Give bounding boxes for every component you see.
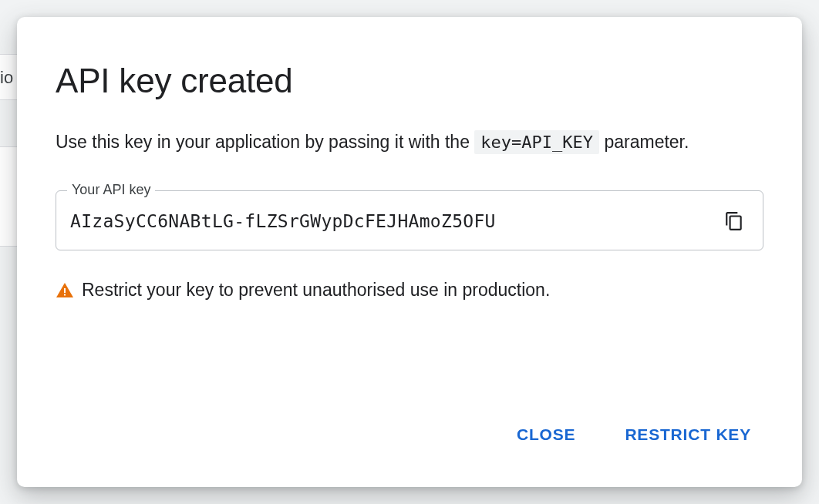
description-code: key=API_KEY bbox=[474, 130, 599, 154]
warning-row: Restrict your key to prevent unauthorise… bbox=[56, 280, 763, 301]
close-button[interactable]: CLOSE bbox=[514, 419, 578, 450]
background-partial-text: io bbox=[0, 68, 13, 88]
restrict-key-button[interactable]: RESTRICT KEY bbox=[622, 419, 754, 450]
description-text-post: parameter. bbox=[604, 132, 689, 152]
dialog-description: Use this key in your application by pass… bbox=[56, 129, 763, 155]
api-key-value[interactable] bbox=[70, 211, 710, 231]
dialog-title: API key created bbox=[56, 62, 763, 100]
api-key-field-label: Your API key bbox=[67, 182, 155, 198]
api-key-created-dialog: API key created Use this key in your app… bbox=[17, 17, 802, 487]
copy-icon bbox=[724, 211, 744, 231]
svg-rect-0 bbox=[64, 288, 66, 293]
warning-text: Restrict your key to prevent unauthorise… bbox=[82, 280, 550, 301]
description-text-pre: Use this key in your application by pass… bbox=[56, 132, 474, 152]
background-row bbox=[0, 146, 17, 247]
copy-button[interactable] bbox=[720, 207, 749, 236]
warning-icon bbox=[56, 281, 74, 300]
api-key-field: Your API key bbox=[56, 190, 763, 250]
dialog-actions: CLOSE RESTRICT KEY bbox=[56, 419, 763, 456]
svg-rect-1 bbox=[64, 294, 66, 295]
